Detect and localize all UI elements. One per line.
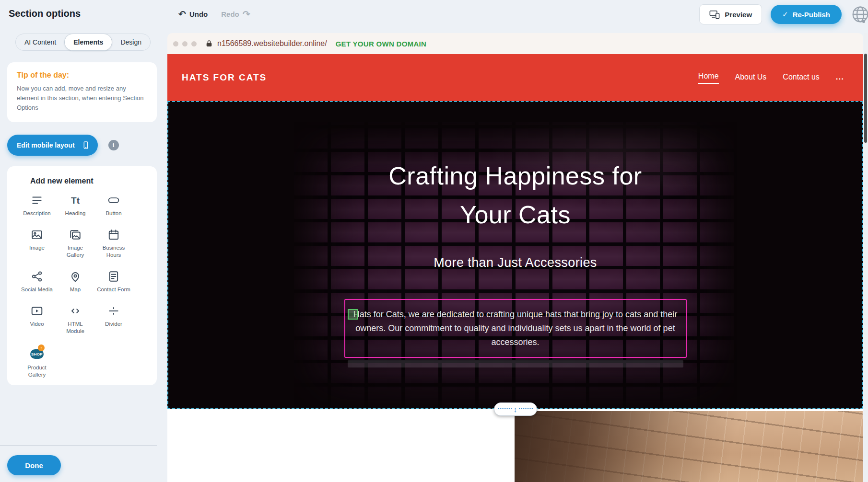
element-drag-handle[interactable] (348, 309, 358, 320)
add-element-product-gallery[interactable]: SHOP ↑ Product Gallery (18, 346, 56, 379)
site-header: HATS FOR CATS Home About Us Contact us .… (167, 54, 863, 101)
tab-design[interactable]: Design (112, 34, 150, 50)
social-media-icon (31, 270, 43, 283)
redo-button[interactable]: Redo ↷ (221, 10, 250, 19)
section-options-panel: AI Content Elements Design Tip of the da… (0, 28, 165, 482)
add-element-card: Add new element Description Tt Heading B… (7, 166, 157, 385)
element-label: Image (29, 244, 45, 252)
button-icon (107, 194, 120, 207)
element-placeholder-outline (348, 360, 683, 367)
heading-icon: Tt (69, 194, 82, 207)
add-element-image[interactable]: Image (18, 229, 56, 259)
element-label: Image Gallery (59, 244, 92, 259)
get-domain-link[interactable]: GET YOUR OWN DOMAIN (336, 40, 427, 48)
hero-subheading[interactable]: More than Just Accessories (167, 255, 863, 270)
description-icon (31, 194, 43, 207)
tip-of-the-day-card: Tip of the day: Now you can add, move an… (7, 62, 157, 122)
add-element-business-hours[interactable]: Business Hours (94, 229, 133, 259)
section-resize-handle[interactable]: ↕ (494, 402, 537, 416)
selected-paragraph-element[interactable]: Hats for Cats, we are dedicated to craft… (344, 299, 687, 357)
preview-button[interactable]: Preview (699, 4, 762, 24)
hero-content: Crafting Happiness for Your Cats More th… (167, 101, 863, 367)
redo-icon: ↷ (243, 10, 250, 19)
code-icon (69, 305, 82, 317)
add-element-video[interactable]: Video (18, 305, 56, 335)
hero-heading[interactable]: Crafting Happiness for Your Cats (167, 101, 863, 234)
element-label: Video (30, 321, 44, 328)
element-label: Map (70, 286, 81, 293)
divider-icon (107, 305, 120, 317)
panel-tabs: AI Content Elements Design (15, 34, 151, 51)
element-label: Button (106, 210, 121, 217)
nav-item-contact-us[interactable]: Contact us (783, 73, 819, 82)
window-controls (173, 41, 197, 46)
add-element-title: Add new element (30, 177, 152, 185)
next-section-white-area (167, 409, 515, 482)
site-nav: Home About Us Contact us ... (698, 72, 844, 84)
add-element-divider[interactable]: Divider (94, 305, 133, 335)
upgrade-badge-icon: ↑ (38, 344, 45, 351)
element-label: Business Hours (97, 244, 130, 259)
scrollbar[interactable] (864, 54, 867, 143)
tab-elements[interactable]: Elements (64, 34, 112, 51)
add-element-social-media[interactable]: Social Media (18, 270, 56, 293)
top-actions: Preview ✓ Re-Publish (699, 4, 842, 24)
nav-item-home[interactable]: Home (698, 72, 719, 84)
add-element-html-module[interactable]: HTML Module (56, 305, 94, 335)
tip-title: Tip of the day: (17, 71, 147, 80)
add-element-button[interactable]: Button (94, 194, 133, 217)
product-gallery-icon: SHOP ↑ (29, 346, 45, 361)
check-icon: ✓ (782, 10, 788, 19)
element-label: Description (23, 210, 51, 217)
tip-body: Now you can add, move and resize any ele… (17, 84, 147, 113)
element-label: Product Gallery (20, 364, 54, 379)
panel-divider (0, 445, 157, 446)
browser-chrome-bar: n1566589.websitebuilder.online/ GET YOUR… (167, 33, 863, 54)
image-icon (31, 229, 43, 241)
cobblestone-photo (515, 411, 863, 482)
republish-button[interactable]: ✓ Re-Publish (771, 5, 842, 24)
info-icon[interactable]: i (108, 140, 119, 150)
devices-icon (709, 10, 720, 19)
edit-mobile-layout-button[interactable]: Edit mobile layout (7, 135, 98, 156)
element-label: Social Media (21, 286, 53, 293)
map-pin-icon (69, 270, 82, 283)
element-label: HTML Module (59, 321, 92, 335)
hero-paragraph: Hats for Cats, we are dedicated to craft… (349, 308, 682, 349)
video-icon (31, 305, 43, 317)
resize-arrows-icon: ↕ (512, 406, 519, 413)
add-element-contact-form[interactable]: Contact Form (94, 270, 133, 293)
add-element-image-gallery[interactable]: Image Gallery (56, 229, 94, 259)
scrollbar-track (864, 33, 868, 482)
add-element-heading[interactable]: Tt Heading (56, 194, 94, 217)
page-title: Section options (9, 8, 81, 19)
contact-form-icon (107, 270, 120, 283)
notification-dot (862, 20, 865, 23)
top-toolbar: Section options ↶ Undo Redo ↷ Preview ✓ … (0, 0, 868, 28)
nav-item-about-us[interactable]: About Us (735, 73, 767, 82)
undo-icon: ↶ (178, 10, 186, 19)
business-hours-icon (107, 229, 120, 241)
tab-ai-content[interactable]: AI Content (16, 34, 65, 50)
site-preview-canvas: n1566589.websitebuilder.online/ GET YOUR… (167, 33, 863, 482)
element-label: Contact Form (97, 286, 130, 293)
hero-section-selected[interactable]: Crafting Happiness for Your Cats More th… (167, 101, 863, 409)
done-button[interactable]: Done (7, 455, 61, 475)
phone-icon (82, 140, 90, 150)
edit-mobile-row: Edit mobile layout i (7, 135, 158, 156)
element-grid: Description Tt Heading Button (18, 194, 152, 379)
site-url[interactable]: n1566589.websitebuilder.online/ (217, 39, 327, 48)
history-controls: ↶ Undo Redo ↷ (178, 0, 250, 28)
site-logo[interactable]: HATS FOR CATS (182, 72, 267, 83)
add-element-map[interactable]: Map (56, 270, 94, 293)
element-label: Heading (65, 210, 86, 217)
undo-button[interactable]: ↶ Undo (178, 10, 208, 19)
next-section[interactable] (167, 409, 863, 482)
image-gallery-icon (69, 229, 82, 241)
language-globe-icon[interactable] (851, 5, 868, 24)
nav-more-icon[interactable]: ... (836, 72, 844, 83)
lock-icon (205, 40, 213, 47)
add-element-description[interactable]: Description (18, 194, 56, 217)
element-label: Divider (105, 321, 122, 328)
